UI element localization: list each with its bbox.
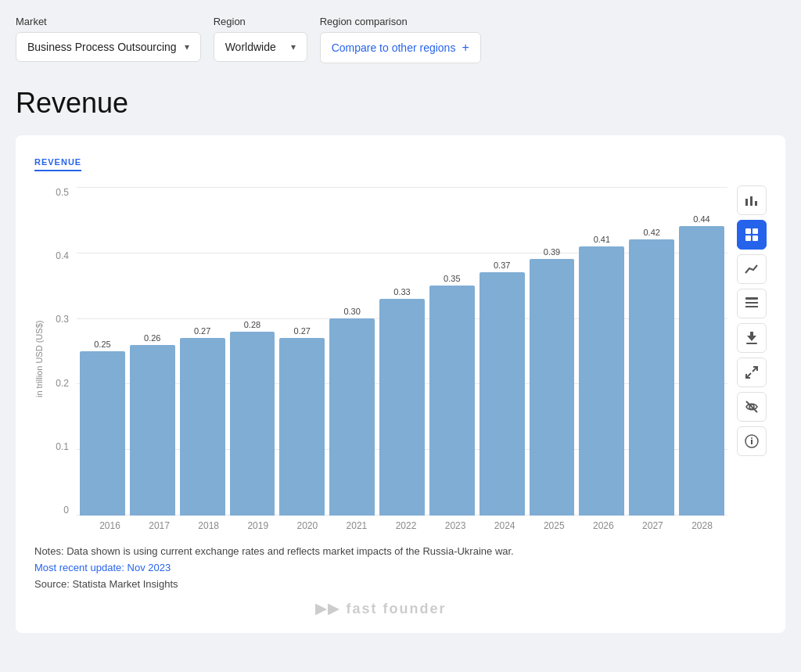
bar-wrapper-2027: 0.42 bbox=[629, 187, 674, 516]
chart-container: 0 0.1 0.2 0.3 0.4 0.5 bbox=[47, 187, 727, 531]
x-label-2022: 2022 bbox=[383, 520, 428, 531]
svg-rect-9 bbox=[745, 306, 758, 307]
bar-wrapper-2026: 0.41 bbox=[579, 187, 624, 516]
bar-2027[interactable] bbox=[629, 239, 674, 516]
bar-value-2028: 0.44 bbox=[693, 214, 709, 224]
bar-2026[interactable] bbox=[579, 246, 624, 516]
svg-rect-6 bbox=[753, 235, 758, 241]
y-label-03: 0.3 bbox=[47, 314, 69, 325]
sidebar-tools bbox=[737, 154, 767, 617]
bar-2021[interactable] bbox=[329, 318, 375, 516]
download-button[interactable] bbox=[737, 323, 767, 353]
bar-wrapper-2025: 0.39 bbox=[530, 187, 575, 516]
bar-wrapper-2024: 0.37 bbox=[480, 187, 525, 516]
region-label: Region bbox=[214, 16, 307, 27]
x-axis: 2016201720182019202020212022202320242025… bbox=[84, 516, 727, 531]
x-label-2026: 2026 bbox=[581, 520, 626, 531]
plus-icon: + bbox=[462, 41, 469, 55]
market-dropdown[interactable]: Business Process Outsourcing ▾ bbox=[16, 32, 201, 62]
comparison-filter-group: Region comparison Compare to other regio… bbox=[320, 16, 481, 63]
x-label-2028: 2028 bbox=[680, 520, 724, 531]
page-title: Revenue bbox=[16, 87, 785, 120]
svg-rect-8 bbox=[745, 302, 758, 304]
info-button[interactable] bbox=[737, 426, 767, 456]
chart-card: REVENUE in trillion USD (US$) 0 0.1 0.2 … bbox=[16, 135, 785, 633]
bar-2022[interactable] bbox=[379, 299, 425, 516]
x-label-2024: 2024 bbox=[483, 520, 527, 531]
y-label-04: 0.4 bbox=[47, 250, 69, 261]
y-axis: 0 0.1 0.2 0.3 0.4 0.5 bbox=[47, 187, 77, 516]
bar-value-2025: 0.39 bbox=[544, 247, 560, 257]
bar-value-2019: 0.28 bbox=[244, 320, 260, 329]
y-axis-title: in trillion USD (US$) bbox=[34, 195, 44, 523]
chart-notes: Notes: Data shown is using current excha… bbox=[34, 544, 727, 592]
bar-2020[interactable] bbox=[279, 338, 325, 516]
y-label-02: 0.2 bbox=[47, 378, 69, 389]
y-label-05: 0.5 bbox=[47, 187, 69, 198]
svg-rect-0 bbox=[745, 199, 748, 206]
region-chevron-icon: ▾ bbox=[291, 41, 296, 52]
grid-bar-button[interactable] bbox=[737, 220, 767, 250]
bar-wrapper-2021: 0.30 bbox=[329, 187, 375, 516]
region-dropdown[interactable]: Worldwide ▾ bbox=[214, 32, 307, 62]
bar-2028[interactable] bbox=[679, 226, 724, 516]
bar-value-2020: 0.27 bbox=[294, 326, 311, 336]
table-button[interactable] bbox=[737, 289, 767, 318]
source-text: Source: Statista Market Insights bbox=[34, 577, 727, 593]
x-label-2016: 2016 bbox=[88, 520, 132, 531]
chart-tab[interactable]: REVENUE bbox=[34, 157, 81, 171]
eye-off-button[interactable] bbox=[737, 392, 767, 422]
chart-area: 0 0.1 0.2 0.3 0.4 0.5 bbox=[47, 187, 727, 516]
bar-value-2023: 0.35 bbox=[444, 274, 460, 283]
bar-2018[interactable] bbox=[180, 338, 225, 516]
svg-line-15 bbox=[746, 401, 757, 412]
market-value: Business Process Outsourcing bbox=[27, 41, 177, 53]
notes-text: Notes: Data shown is using current excha… bbox=[34, 544, 727, 560]
bar-wrapper-2019: 0.28 bbox=[230, 187, 275, 516]
compare-regions-button[interactable]: Compare to other regions + bbox=[320, 32, 481, 63]
svg-rect-17 bbox=[751, 440, 753, 444]
x-label-2018: 2018 bbox=[186, 520, 231, 531]
x-label-2023: 2023 bbox=[433, 520, 478, 531]
bar-value-2016: 0.25 bbox=[94, 340, 110, 349]
compare-btn-label: Compare to other regions bbox=[332, 41, 456, 54]
svg-point-18 bbox=[751, 437, 753, 439]
x-label-2025: 2025 bbox=[532, 520, 577, 531]
update-text: Most recent update: Nov 2023 bbox=[34, 560, 727, 577]
chart-wrapper: in trillion USD (US$) 0 0.1 0.2 0.3 0.4 … bbox=[34, 187, 727, 531]
svg-rect-4 bbox=[753, 228, 758, 234]
watermark: ▶▶ fast founder bbox=[34, 600, 727, 617]
line-chart-button[interactable] bbox=[737, 254, 767, 284]
bar-value-2024: 0.37 bbox=[494, 261, 510, 270]
bar-value-2022: 0.33 bbox=[393, 287, 410, 296]
bar-chart-button[interactable] bbox=[737, 185, 767, 215]
comparison-label: Region comparison bbox=[320, 16, 481, 27]
bar-2025[interactable] bbox=[530, 259, 575, 516]
bar-value-2026: 0.41 bbox=[594, 235, 610, 244]
market-label: Market bbox=[16, 16, 201, 27]
svg-rect-2 bbox=[755, 201, 757, 206]
bar-wrapper-2023: 0.35 bbox=[429, 187, 475, 516]
bar-2019[interactable] bbox=[230, 332, 275, 516]
x-label-2017: 2017 bbox=[137, 520, 181, 531]
svg-rect-3 bbox=[745, 228, 751, 234]
chart-plot: 0.250.260.270.280.270.300.330.350.370.39… bbox=[77, 187, 727, 516]
bar-2017[interactable] bbox=[130, 345, 175, 516]
bar-wrapper-2022: 0.33 bbox=[379, 187, 425, 516]
bar-2023[interactable] bbox=[429, 286, 475, 516]
x-label-2020: 2020 bbox=[285, 520, 329, 531]
bar-wrapper-2016: 0.25 bbox=[80, 187, 125, 516]
bar-2016[interactable] bbox=[80, 351, 125, 516]
x-label-2021: 2021 bbox=[334, 520, 379, 531]
x-label-2027: 2027 bbox=[630, 520, 675, 531]
y-label-01: 0.1 bbox=[47, 441, 69, 452]
bar-value-2027: 0.42 bbox=[643, 228, 659, 237]
expand-button[interactable] bbox=[737, 358, 767, 387]
svg-rect-1 bbox=[750, 196, 753, 206]
svg-rect-5 bbox=[745, 235, 751, 241]
bar-2024[interactable] bbox=[480, 272, 525, 516]
bar-value-2017: 0.26 bbox=[144, 333, 160, 343]
market-chevron-icon: ▾ bbox=[185, 41, 189, 52]
region-filter-group: Region Worldwide ▾ bbox=[214, 16, 307, 62]
svg-marker-10 bbox=[747, 332, 756, 341]
